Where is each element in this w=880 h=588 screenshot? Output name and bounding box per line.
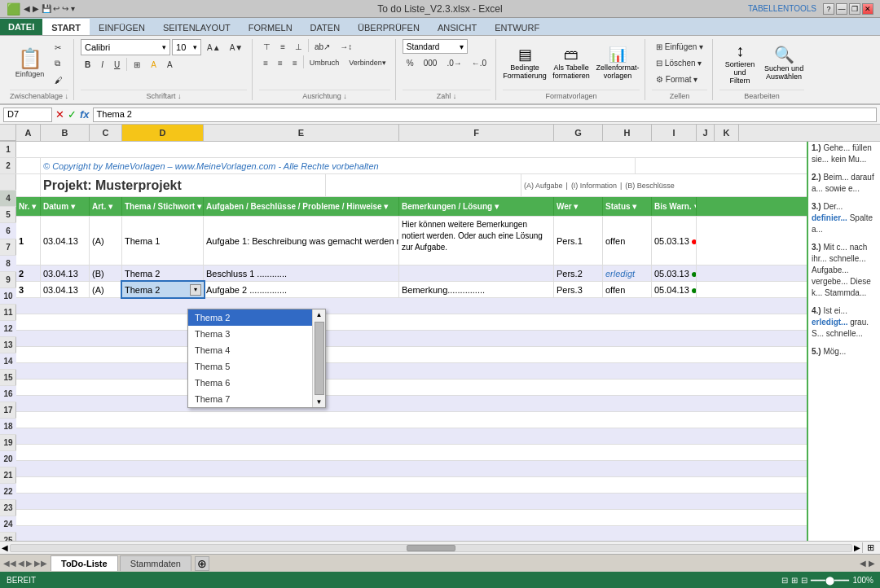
cancel-formula-btn[interactable]: ✕ xyxy=(55,108,64,121)
view-pagebreak-btn[interactable]: ⊟ xyxy=(801,576,807,585)
restore-btn[interactable]: ❐ xyxy=(849,3,860,15)
font-color-button[interactable]: A xyxy=(163,57,177,72)
cell-status-2[interactable]: erledigt xyxy=(603,265,652,281)
dropdown-item-thema5[interactable]: Thema 5 xyxy=(188,358,325,375)
border-button[interactable]: ⊞ xyxy=(130,57,144,72)
dropdown-item-thema7[interactable]: Thema 7 xyxy=(188,391,325,407)
col-header-j[interactable]: J xyxy=(697,125,715,141)
header-nr[interactable]: Nr. ▾ xyxy=(16,197,41,216)
cell-art-3[interactable]: (A) xyxy=(90,282,122,297)
sheet-prev-btn[interactable]: ◀ xyxy=(18,559,24,568)
decrease-font-btn[interactable]: A▼ xyxy=(226,40,248,55)
cell-datum-2[interactable]: 03.04.13 xyxy=(41,265,90,281)
tab-einfuegen[interactable]: EINFÜGEN xyxy=(90,19,154,35)
dropdown-arrow[interactable]: ▾ xyxy=(190,284,201,296)
col-header-c[interactable]: C xyxy=(90,125,122,141)
cell-art-1[interactable]: (A) xyxy=(90,217,122,265)
conditional-format-btn[interactable]: ▤ BedingteFormatierung xyxy=(503,46,547,80)
delete-cells-btn[interactable]: ⊟ Löschen ▾ xyxy=(652,55,707,70)
header-bis-warn[interactable]: Bis Warn. ▾ xyxy=(652,197,697,216)
horizontal-scrollbar[interactable]: ◀ ▶ ⊞ xyxy=(0,541,880,554)
merge-btn[interactable]: Verbinden▾ xyxy=(345,55,390,70)
increase-font-btn[interactable]: A▲ xyxy=(203,40,225,55)
col-header-a[interactable]: A xyxy=(16,125,41,141)
dropdown-item-thema4[interactable]: Thema 4 xyxy=(188,342,325,358)
sheet-first-btn[interactable]: ◀◀ xyxy=(3,559,16,568)
header-datum[interactable]: Datum ▾ xyxy=(41,197,90,216)
insert-cells-btn[interactable]: ⊞ Einfügen ▾ xyxy=(652,39,707,54)
underline-button[interactable]: U xyxy=(110,57,124,72)
col-header-i[interactable]: I xyxy=(652,125,697,141)
tab-start[interactable]: START xyxy=(42,19,90,35)
tab-seitenlayout[interactable]: SEITENLAYOUT xyxy=(154,19,240,35)
tab-ueberpruefen[interactable]: ÜBERPRÜFEN xyxy=(349,19,429,35)
confirm-formula-btn[interactable]: ✓ xyxy=(68,108,77,121)
decrease-decimal-btn[interactable]: ←.0 xyxy=(468,55,491,70)
align-center-btn[interactable]: ≡ xyxy=(274,55,287,70)
col-header-b[interactable]: B xyxy=(41,125,90,141)
header-status[interactable]: Status ▾ xyxy=(603,197,652,216)
cell-bemerkungen-2[interactable] xyxy=(399,265,554,281)
sheet-tab-stammdaten[interactable]: Stammdaten xyxy=(120,555,191,571)
dropdown-item-thema2[interactable]: Thema 2 xyxy=(188,309,325,326)
sheet-scroll-left[interactable]: ◀ xyxy=(860,559,866,568)
number-format-selector[interactable]: Standard ▾ xyxy=(403,39,468,54)
cell-bemerkungen-3[interactable]: Bemerkung............... xyxy=(399,282,554,297)
cell-b3[interactable]: Projekt: Musterprojekt xyxy=(41,174,326,196)
align-left-btn[interactable]: ≡ xyxy=(259,55,272,70)
dropdown-menu[interactable]: Thema 2 Thema 3 Thema 4 Thema 5 Thema 6 … xyxy=(187,309,326,408)
format-cells-btn[interactable]: ⚙ Format ▾ xyxy=(652,72,707,86)
cell-reference[interactable]: D7 xyxy=(3,108,52,122)
thousands-btn[interactable]: 000 xyxy=(420,55,442,70)
header-bemerkungen[interactable]: Bemerkungen / Lösung ▾ xyxy=(399,197,554,216)
quick-access[interactable]: ◀ ▶ 💾 ↩ ↪ ▾ xyxy=(24,4,75,13)
copy-button[interactable]: ⧉ xyxy=(51,56,67,71)
tab-ansicht[interactable]: ANSICHT xyxy=(429,19,486,35)
indent-btn[interactable]: →↕ xyxy=(336,39,356,54)
tab-formeln[interactable]: FORMELN xyxy=(240,19,301,35)
sheet-next-btn[interactable]: ▶ xyxy=(26,559,33,568)
scrollbar-thumb[interactable] xyxy=(315,322,324,395)
bold-button[interactable]: B xyxy=(81,57,95,72)
cell-art-2[interactable]: (B) xyxy=(90,265,122,281)
col-header-e[interactable]: E xyxy=(204,125,399,141)
cell-biswarn-3[interactable]: 05.04.13 ● xyxy=(652,282,697,297)
find-select-btn[interactable]: 🔍 Suchen undAuswählen xyxy=(763,45,804,81)
scroll-track[interactable] xyxy=(10,544,852,552)
scroll-left-btn[interactable]: ◀ xyxy=(2,543,8,552)
header-wer[interactable]: Wer ▾ xyxy=(554,197,603,216)
dropdown-scrollbar[interactable]: ▲ ▼ xyxy=(312,309,325,407)
view-normal-btn[interactable]: ⊟ xyxy=(781,576,788,585)
cell-thema-1[interactable]: Thema 1 xyxy=(122,217,204,265)
font-size-selector[interactable]: 10 ▾ xyxy=(172,39,201,55)
header-aufgaben[interactable]: Aufgaben / Beschlüsse / Probleme / Hinwe… xyxy=(204,197,399,216)
cell-aufgaben-1[interactable]: Aufgabe 1: Beschreibung was gemacht werd… xyxy=(204,217,399,265)
scroll-right-btn[interactable]: ▶ xyxy=(854,543,860,552)
col-header-h[interactable]: H xyxy=(603,125,652,141)
cell-nr-1[interactable]: 1 xyxy=(16,217,41,265)
cell-thema-2[interactable]: Thema 2 xyxy=(122,265,204,281)
cell-bemerkungen-1[interactable]: Hier können weitere Bemerkungen notiert … xyxy=(399,217,554,265)
zoom-slider[interactable]: ━━━⬤━━━ xyxy=(811,576,849,585)
align-middle-btn[interactable]: ≡ xyxy=(276,39,289,54)
header-thema[interactable]: Thema / Stichwort ▾ xyxy=(122,197,204,216)
cell-a3[interactable] xyxy=(16,174,41,196)
dropdown-item-thema3[interactable]: Thema 3 xyxy=(188,326,325,342)
sort-filter-btn[interactable]: ↕ Sortieren undFiltern xyxy=(719,42,760,85)
formula-input[interactable]: Thema 2 xyxy=(93,108,877,122)
scrollbar-down-btn[interactable]: ▼ xyxy=(315,397,324,407)
view-layout-btn[interactable]: ⊞ xyxy=(791,576,798,585)
sheet-last-btn[interactable]: ▶▶ xyxy=(34,559,47,568)
col-header-g[interactable]: G xyxy=(554,125,603,141)
help-btn[interactable]: ? xyxy=(823,3,834,15)
text-orient-btn[interactable]: ab↗ xyxy=(310,39,334,54)
minimize-btn[interactable]: — xyxy=(836,3,847,15)
col-header-d[interactable]: D xyxy=(122,125,204,141)
italic-button[interactable]: I xyxy=(97,57,108,72)
align-top-btn[interactable]: ⊤ xyxy=(259,39,275,54)
cell-b2[interactable]: © Copyright by MeineVorlagen – www.Meine… xyxy=(41,158,636,173)
wrap-text-btn[interactable]: Umbruch xyxy=(306,55,344,70)
sheet-scroll-right[interactable]: ▶ xyxy=(869,559,875,568)
header-art[interactable]: Art. ▾ xyxy=(90,197,122,216)
table-format-btn[interactable]: 🗃 Als Tabelleformatieren xyxy=(549,46,593,80)
